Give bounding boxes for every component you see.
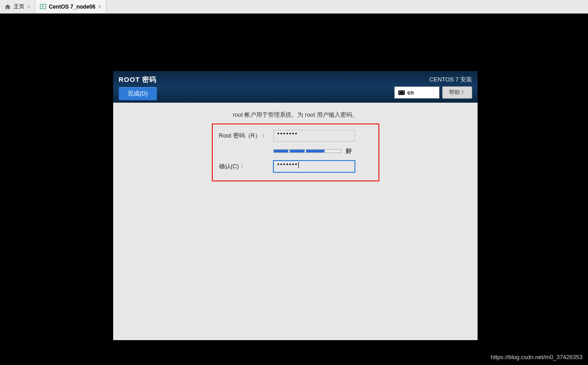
installer-header: ROOT 密码 完成(D) CENTOS 7 安装 cn 帮助！	[113, 71, 478, 103]
done-button[interactable]: 完成(D)	[119, 87, 157, 100]
home-icon	[5, 4, 11, 10]
confirm-password-input[interactable]: •••••••	[273, 161, 355, 172]
keyboard-icon	[398, 90, 405, 95]
root-password-input[interactable]: •••••••	[273, 130, 355, 142]
strength-row: 好	[219, 147, 372, 155]
vm-viewport: ROOT 密码 完成(D) CENTOS 7 安装 cn 帮助！ root 帐户…	[0, 14, 588, 365]
tab-home-label: 主页	[14, 3, 24, 10]
password-form-highlight: Root 密码（R）： ••••••• 好 确认(C)：	[212, 123, 379, 181]
vm-icon	[40, 4, 46, 10]
password-label: Root 密码（R）：	[219, 132, 273, 140]
password-row: Root 密码（R）： •••••••	[219, 130, 372, 142]
keyboard-layout-value: cn	[407, 90, 414, 96]
password-value: •••••••	[277, 130, 298, 137]
confirm-row: 确认(C)： •••••••	[219, 161, 372, 172]
help-button[interactable]: 帮助！	[442, 86, 472, 99]
tab-home[interactable]: 主页 ×	[0, 0, 35, 13]
confirm-label: 确认(C)：	[219, 162, 273, 171]
header-left: ROOT 密码 完成(D)	[119, 76, 157, 100]
password-strength-meter	[273, 149, 341, 153]
tab-vm-label: CentOS 7_node06	[49, 4, 96, 10]
close-icon[interactable]: ×	[98, 4, 101, 10]
description-text: root 帐户用于管理系统。为 root 用户输入密码。	[113, 111, 478, 119]
confirm-value: •••••••	[277, 161, 298, 168]
installer-window: ROOT 密码 完成(D) CENTOS 7 安装 cn 帮助！ root 帐户…	[113, 71, 478, 340]
password-strength-label: 好	[346, 147, 352, 155]
keyboard-layout-selector[interactable]: cn	[394, 86, 440, 99]
meter-segment	[306, 150, 325, 152]
watermark-text: https://blog.csdn.net/m0_37426353	[491, 354, 583, 360]
meter-segment	[274, 150, 289, 152]
svg-marker-1	[42, 5, 44, 7]
header-right: CENTOS 7 安装 cn 帮助！	[394, 76, 472, 99]
installer-body: root 帐户用于管理系统。为 root 用户输入密码。 Root 密码（R）：…	[113, 103, 478, 181]
close-icon[interactable]: ×	[27, 4, 30, 10]
tab-strip: 主页 × CentOS 7_node06 ×	[0, 0, 588, 14]
product-label: CENTOS 7 安装	[430, 76, 472, 84]
meter-segment	[290, 150, 305, 152]
page-title: ROOT 密码	[119, 76, 157, 84]
header-controls: cn 帮助！	[394, 86, 472, 99]
text-caret	[298, 162, 299, 168]
tab-vm[interactable]: CentOS 7_node06 ×	[35, 0, 106, 13]
